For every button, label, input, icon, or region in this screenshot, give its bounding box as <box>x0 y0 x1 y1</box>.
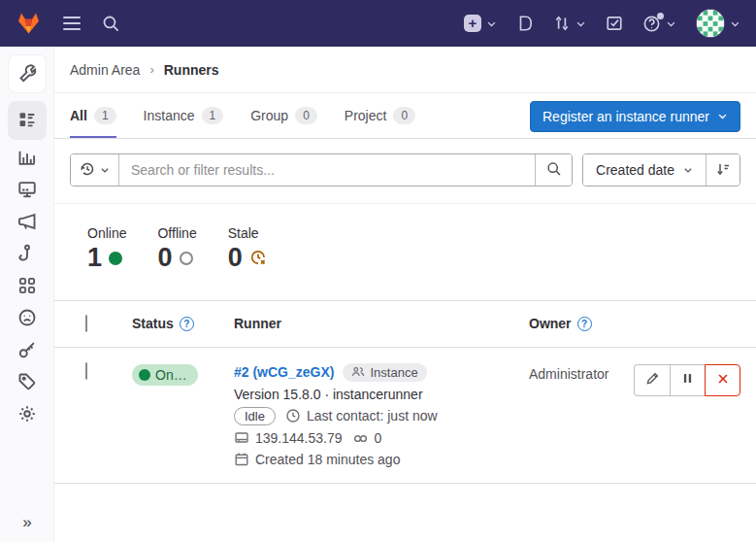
runners-table-header: Status ? Runner Owner ? <box>54 300 756 348</box>
todo-checkbox-icon <box>606 15 623 32</box>
instance-type-badge: Instance <box>343 363 426 382</box>
main-content: Admin Area › Runners All 1 Instance 1 Gr… <box>54 0 756 484</box>
issues-icon <box>516 15 534 32</box>
tanuki-icon <box>16 11 42 36</box>
breadcrumb-admin-area[interactable]: Admin Area <box>70 62 140 78</box>
runner-version: Version 15.8.0 · instancerunner <box>234 387 529 402</box>
job-status-badge: Idle <box>234 407 276 425</box>
filter-bar: Created date <box>54 139 756 204</box>
todos-button[interactable] <box>606 15 623 32</box>
top-navbar: + <box>0 0 756 47</box>
chevron-down-icon <box>666 18 676 29</box>
issues-button[interactable] <box>516 15 534 32</box>
overview-icon <box>17 110 37 132</box>
hamburger-menu-button[interactable] <box>63 17 81 30</box>
owner-help-icon[interactable]: ? <box>577 317 592 331</box>
sidebar-item-analytics[interactable] <box>11 144 44 174</box>
tab-instance[interactable]: Instance 1 <box>144 93 224 138</box>
user-avatar <box>696 9 725 38</box>
history-icon <box>80 161 95 180</box>
select-all-checkbox[interactable] <box>85 315 87 332</box>
plus-icon: + <box>464 15 481 32</box>
tab-group-count: 0 <box>295 107 317 124</box>
chevron-down-icon <box>683 162 693 178</box>
navbar-search-button[interactable] <box>102 15 120 33</box>
gitlab-logo[interactable] <box>16 11 42 36</box>
runner-link[interactable]: #2 (wCG_zeGX) <box>234 364 334 380</box>
tab-all-count: 1 <box>94 107 116 124</box>
tab-all[interactable]: All 1 <box>70 93 116 138</box>
monitor-icon <box>234 430 249 446</box>
link-icon <box>352 430 369 447</box>
jobs-count: 0 <box>375 430 382 446</box>
sidebar-item-overview[interactable] <box>8 101 47 140</box>
online-dot-icon <box>139 369 150 381</box>
filtered-search <box>70 153 573 186</box>
owner-link[interactable]: Administrator <box>529 366 608 382</box>
sort-direction-button[interactable] <box>706 154 740 186</box>
user-menu-button[interactable] <box>696 9 740 38</box>
gear-icon <box>17 404 37 426</box>
last-contact: Last contact: just now <box>307 408 438 423</box>
hook-icon <box>17 244 37 266</box>
collapse-sidebar-button[interactable]: » <box>0 513 54 532</box>
sort-by-dropdown[interactable]: Created date <box>583 154 706 186</box>
online-status-icon <box>109 252 122 265</box>
megaphone-icon <box>17 212 37 234</box>
key-icon <box>17 340 37 362</box>
sidebar-item-monitoring[interactable] <box>11 176 44 206</box>
chevron-down-icon <box>575 18 586 29</box>
merge-request-icon <box>553 15 571 32</box>
notification-dot <box>657 13 664 19</box>
runner-stats: Online 1 Offline 0 Stale 0 <box>54 204 756 300</box>
breadcrumb-current: Runners <box>164 62 219 78</box>
row-checkbox[interactable] <box>85 362 87 380</box>
runner-summary: #2 (wCG_zeGX) Instance Version 15.8.0 · … <box>234 363 529 467</box>
sidebar-item-deploy-keys[interactable] <box>11 336 44 366</box>
sidebar-item-labels[interactable] <box>11 368 44 398</box>
sidebar-item-applications[interactable] <box>11 272 44 302</box>
search-input[interactable] <box>119 154 535 186</box>
tab-project[interactable]: Project 0 <box>345 93 415 138</box>
breadcrumb-separator: › <box>149 62 153 77</box>
admin-sidebar: » <box>0 47 54 542</box>
search-history-dropdown[interactable] <box>71 154 119 186</box>
chevrons-right-icon: » <box>22 513 31 531</box>
sidebar-item-settings[interactable] <box>11 400 44 430</box>
users-icon <box>351 365 365 379</box>
calendar-icon <box>234 452 249 467</box>
sidebar-item-system-hooks[interactable] <box>11 240 44 270</box>
sort-descending-icon <box>715 161 731 180</box>
register-instance-runner-button[interactable]: Register an instance runner <box>530 101 740 132</box>
search-icon <box>102 15 120 33</box>
sort-control: Created date <box>582 153 740 186</box>
offline-status-icon <box>180 252 193 265</box>
sidebar-item-messages[interactable] <box>11 208 44 238</box>
delete-runner-button[interactable] <box>705 364 740 396</box>
sidebar-item-admin-area[interactable] <box>8 54 47 93</box>
stat-online: Online 1 <box>87 225 126 273</box>
edit-runner-button[interactable] <box>634 364 670 396</box>
sidebar-item-abuse-reports[interactable] <box>11 304 44 334</box>
help-button[interactable] <box>642 15 676 33</box>
search-icon <box>546 161 562 180</box>
status-help-icon[interactable]: ? <box>180 317 194 331</box>
tab-instance-count: 1 <box>202 107 224 124</box>
pencil-icon <box>645 371 660 389</box>
chevron-down-icon <box>486 18 497 29</box>
pause-runner-button[interactable] <box>670 364 706 396</box>
stale-clock-icon <box>249 244 267 273</box>
merge-requests-button[interactable] <box>553 15 586 32</box>
clock-icon <box>285 408 301 423</box>
tab-group[interactable]: Group 0 <box>250 93 317 138</box>
chevron-down-icon <box>730 18 740 29</box>
chevron-down-icon <box>100 163 110 178</box>
search-submit-button[interactable] <box>535 154 572 186</box>
chevron-down-icon <box>717 109 728 124</box>
created-time: Created 18 minutes ago <box>255 452 400 467</box>
new-menu-button[interactable]: + <box>464 15 497 32</box>
tab-project-count: 0 <box>393 107 415 124</box>
runner-ip: 139.144.53.79 <box>255 430 343 446</box>
apps-grid-icon <box>17 276 37 298</box>
help-icon <box>642 15 661 33</box>
